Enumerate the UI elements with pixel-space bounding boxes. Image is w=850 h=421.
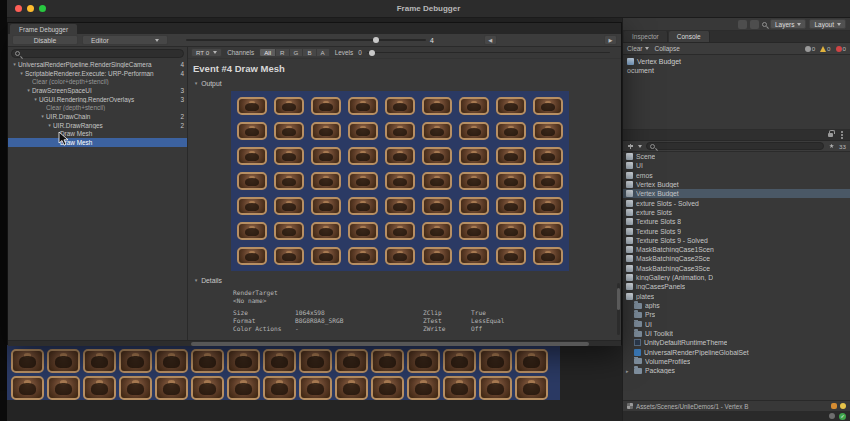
horizontal-scrollbar[interactable] — [8, 340, 621, 346]
project-folder-row[interactable]: aphs — [623, 301, 850, 310]
project-asset-row[interactable]: plates — [623, 291, 850, 300]
notification-icon[interactable] — [840, 403, 846, 409]
expand-arrow-icon[interactable] — [626, 368, 631, 374]
foldout-arrow-icon[interactable] — [39, 114, 46, 119]
zoom-window-button[interactable] — [39, 5, 46, 12]
tab-console[interactable]: Console — [669, 31, 710, 42]
texture-tile — [459, 247, 489, 265]
project-asset-row[interactable]: Texture Slots 9 - Solved — [623, 236, 850, 245]
foldout-arrow-icon[interactable] — [32, 97, 39, 102]
tab-inspector[interactable]: Inspector — [624, 31, 668, 42]
project-asset-row[interactable]: Vertex Budget — [623, 180, 850, 189]
channel-button-all[interactable]: All — [259, 48, 276, 57]
foldout-arrow-icon[interactable] — [46, 123, 53, 128]
project-asset-row[interactable]: MaskBatchingCase3Sce — [623, 264, 850, 273]
editor-target-dropdown[interactable]: Editor — [82, 35, 168, 45]
fd-tree-item-label: UIR.DrawChain — [46, 113, 176, 120]
layout-label: Layout — [814, 21, 834, 28]
project-asset-row[interactable]: Vertex Budget — [623, 189, 850, 198]
event-slider[interactable] — [186, 35, 426, 45]
asset-label: Texture Slots 8 — [636, 218, 681, 225]
channel-button-g[interactable]: G — [290, 48, 304, 57]
foldout-arrow-icon[interactable] — [11, 62, 18, 67]
fd-tree-item[interactable]: Clear (depth+stencil) — [8, 103, 187, 112]
console-info-filter[interactable]: 0 — [805, 45, 815, 52]
project-folder-row[interactable]: VolumeProfiles — [623, 357, 850, 366]
render-target-dropdown[interactable]: RT 0 — [191, 48, 222, 57]
alert-icon[interactable] — [831, 403, 837, 409]
project-asset-row[interactable]: exture Slots - Solved — [623, 198, 850, 207]
channel-button-r[interactable]: R — [276, 48, 289, 57]
fd-tree-item[interactable]: Draw Mesh — [8, 138, 187, 147]
project-folder-row[interactable]: UI Toolkit — [623, 329, 850, 338]
project-asset-row[interactable]: kingGallery (Animation, D — [623, 273, 850, 282]
minimize-window-button[interactable] — [27, 5, 34, 12]
console-warning-filter[interactable]: 0 — [820, 45, 830, 52]
fd-tree-item[interactable]: DrawScreenSpaceUI3 — [8, 86, 187, 95]
slider-handle[interactable] — [369, 50, 375, 56]
console-log-entry[interactable]: ocument — [623, 66, 850, 75]
fd-tree-item[interactable]: UGUI.Rendering.RenderOverlays3 — [8, 95, 187, 104]
project-asset-row[interactable]: Scene — [623, 152, 850, 161]
texture-tile — [479, 376, 512, 400]
foldout-arrow-icon[interactable] — [25, 88, 32, 93]
cloud-icon[interactable] — [750, 20, 759, 29]
texture-tile — [311, 247, 341, 265]
search-icon[interactable] — [762, 22, 767, 27]
close-window-button[interactable] — [15, 5, 22, 12]
disable-button[interactable]: Disable — [12, 35, 78, 45]
foldout-arrow-icon[interactable] — [18, 71, 25, 76]
project-asset-row[interactable]: exture Slots — [623, 208, 850, 217]
tab-frame-debugger[interactable]: Frame Debugger — [10, 24, 77, 34]
fd-tree-item[interactable]: Clear (color+depth+stencil) — [8, 77, 187, 86]
fd-tree-item[interactable]: UIR.DrawChain2 — [8, 112, 187, 121]
scrollbar-handle[interactable] — [191, 342, 589, 346]
fd-tree-item[interactable]: ScriptableRenderer.Execute: URP-Performa… — [8, 69, 187, 78]
project-folder-row[interactable]: Prs — [623, 310, 850, 319]
project-search-input[interactable] — [646, 142, 824, 150]
fd-tree-item[interactable]: UIR.DrawRanges2 — [8, 121, 187, 130]
details-scrollbar[interactable] — [617, 283, 620, 335]
account-icon[interactable] — [738, 20, 747, 29]
channel-button-a[interactable]: A — [317, 48, 330, 57]
project-asset-row[interactable]: Texture Slots 8 — [623, 217, 850, 226]
console-collapse-button[interactable]: Collapse — [655, 45, 680, 52]
tree-search-input[interactable] — [11, 49, 184, 58]
project-folder-row[interactable]: UnityDefaultRuntimeTheme — [623, 338, 850, 347]
fd-tree-item-label: ScriptableRenderer.Execute: URP-Performa… — [25, 70, 176, 77]
create-asset-icon[interactable] — [627, 143, 634, 150]
channel-buttons: AllRGBA — [259, 48, 329, 57]
texture-tile — [335, 376, 368, 400]
levels-slider[interactable] — [367, 48, 610, 58]
fd-tree-item[interactable]: UniversalRenderPipeline.RenderSingleCame… — [8, 60, 187, 69]
slider-handle[interactable] — [373, 37, 379, 43]
details-foldout[interactable]: Details — [194, 277, 222, 284]
texture-tile — [533, 197, 563, 215]
layout-dropdown[interactable]: Layout — [809, 19, 846, 29]
project-folder-row[interactable]: UI — [623, 320, 850, 329]
event-number-field[interactable]: 4 — [430, 37, 434, 44]
project-asset-row[interactable]: emos — [623, 171, 850, 180]
fd-tree-item[interactable]: Draw Mesh — [8, 130, 187, 139]
texture-tile — [274, 197, 304, 215]
console-log-entry[interactable]: Vertex Budget — [623, 57, 850, 66]
project-asset-row[interactable]: MaskBatchingCase1Scen — [623, 245, 850, 254]
lock-icon[interactable] — [828, 133, 833, 137]
panel-menu-icon[interactable] — [841, 134, 843, 136]
channel-button-b[interactable]: B — [303, 48, 316, 57]
layers-dropdown[interactable]: Layers — [770, 19, 807, 29]
favorites-icon[interactable] — [828, 143, 835, 150]
project-asset-row[interactable]: Texture Slots 9 — [623, 226, 850, 235]
project-folder-row[interactable]: UniversalRenderPipelineGlobalSet — [623, 347, 850, 356]
project-asset-row[interactable]: ingCasesPanels — [623, 282, 850, 291]
project-folder-row[interactable]: Packages — [623, 366, 850, 375]
output-foldout[interactable]: Output — [194, 80, 222, 87]
project-asset-row[interactable]: MaskBatchingCase2Sce — [623, 254, 850, 263]
console-clear-button[interactable]: Clear — [627, 45, 649, 52]
window-titlebar[interactable]: Frame Debugger — [7, 0, 850, 18]
console-error-filter[interactable]: 0 — [836, 45, 846, 52]
next-event-button[interactable]: ▶ — [604, 35, 617, 45]
activity-icon[interactable] — [829, 413, 835, 419]
previous-event-button[interactable]: ◀ — [484, 35, 497, 45]
project-asset-row[interactable]: UI — [623, 161, 850, 170]
